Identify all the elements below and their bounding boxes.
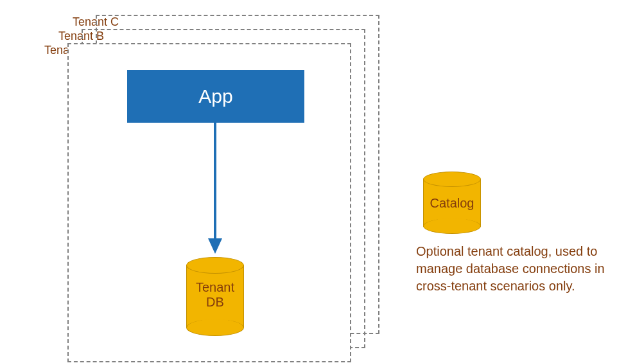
arrow-app-to-db — [205, 123, 225, 254]
app-label: App — [198, 85, 232, 107]
catalog-label: Catalog — [423, 196, 481, 211]
tenant-db-label: Tenant DB — [186, 280, 244, 310]
catalog-description: Optional tenant catalog, used to manage … — [416, 243, 615, 295]
arrow-down-icon — [205, 123, 225, 254]
app-box: App — [127, 70, 304, 123]
svg-marker-1 — [208, 238, 222, 254]
catalog-cylinder: Catalog — [423, 172, 481, 229]
tenant-db-cylinder: Tenant DB — [186, 257, 244, 331]
